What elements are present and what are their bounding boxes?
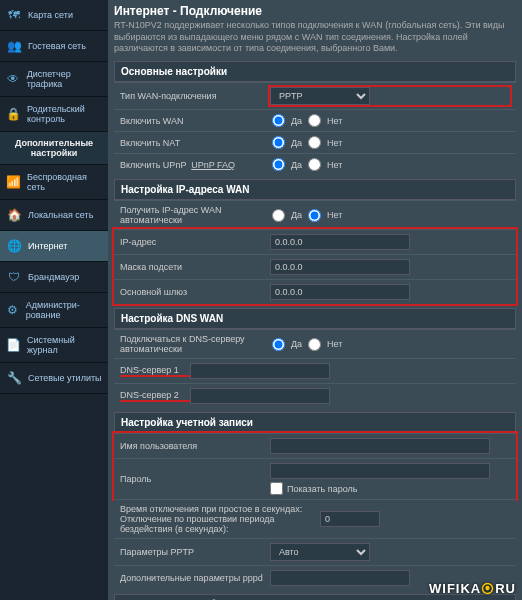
enable-nat-yes[interactable]	[272, 136, 285, 149]
show-pass-label: Показать пароль	[287, 484, 357, 494]
nav-label: Родительский контроль	[27, 104, 102, 124]
sidebar-item-6[interactable]: 🔧Сетевые утилиты	[0, 363, 108, 394]
sidebar-section-header: Дополнительные настройки	[0, 132, 108, 165]
user-label: Имя пользователя	[120, 441, 270, 451]
watermark: WIFIKA⦿RU	[429, 581, 516, 596]
nav-label: Системный журнал	[27, 335, 102, 355]
nav-icon: 📶	[6, 174, 21, 190]
sidebar-item-1[interactable]: 🏠Локальная сеть	[0, 200, 108, 231]
dns2-label: DNS-сервер 2	[120, 390, 190, 402]
pppd-input[interactable]	[270, 570, 410, 586]
ipwan-auto-yes[interactable]	[272, 209, 285, 222]
enable-upnp-yes[interactable]	[272, 158, 285, 171]
nav-icon: 👁	[6, 71, 21, 87]
enable-wan-no[interactable]	[308, 114, 321, 127]
mask-input[interactable]	[270, 259, 410, 275]
pptp-select[interactable]: Авто	[270, 543, 370, 561]
mask-label: Маска подсети	[120, 262, 270, 272]
section-account-header: Настройка учетной записи	[114, 412, 516, 433]
nav-label: Брандмауэр	[28, 272, 79, 282]
sidebar-item-2[interactable]: 👁Диспетчер трафика	[0, 62, 108, 97]
nav-icon: 🏠	[6, 207, 22, 223]
sidebar-item-0[interactable]: 📶Беспроводная сеть	[0, 165, 108, 200]
pppd-label: Дополнительные параметры pppd	[120, 573, 270, 583]
dns1-label: DNS-сервер 1	[120, 365, 190, 377]
ipwan-auto-no[interactable]	[308, 209, 321, 222]
dns-auto-label: Подключаться к DNS-серверу автоматически	[120, 334, 270, 354]
wan-type-label: Тип WAN-подключения	[120, 91, 270, 101]
nav-label: Сетевые утилиты	[28, 373, 102, 383]
enable-nat-label: Включить NAT	[120, 138, 270, 148]
gw-input[interactable]	[270, 284, 410, 300]
nav-label: Диспетчер трафика	[27, 69, 102, 89]
nav-icon: 🌐	[6, 238, 22, 254]
ipwan-auto-label: Получить IP-адрес WAN автоматически	[120, 205, 270, 225]
nav-label: Карта сети	[28, 10, 73, 20]
sidebar-item-5[interactable]: 📄Системный журнал	[0, 328, 108, 363]
sidebar: 🗺Карта сети👥Гостевая сеть👁Диспетчер траф…	[0, 0, 108, 600]
sidebar-item-3[interactable]: 🔒Родительский контроль	[0, 97, 108, 132]
dns-auto-no[interactable]	[308, 338, 321, 351]
sidebar-item-0[interactable]: 🗺Карта сети	[0, 0, 108, 31]
nav-label: Локальная сеть	[28, 210, 93, 220]
dns1-input[interactable]	[190, 363, 330, 379]
idle-label: Время отключения при простое в секундах:…	[120, 504, 320, 534]
nav-icon: 📄	[6, 337, 21, 353]
wan-type-select[interactable]: PPTP	[270, 87, 370, 105]
nav-icon: 🛡	[6, 269, 22, 285]
section-basic-header: Основные настройки	[114, 61, 516, 82]
sidebar-item-4[interactable]: ⚙Администри-рование	[0, 293, 108, 328]
user-input[interactable]	[270, 438, 490, 454]
gw-label: Основной шлюз	[120, 287, 270, 297]
nav-icon: 🔒	[6, 106, 21, 122]
dns-auto-yes[interactable]	[272, 338, 285, 351]
nav-label: Беспроводная сеть	[27, 172, 102, 192]
page-title: Интернет - Подключение	[114, 4, 516, 18]
enable-wan-label: Включить WAN	[120, 116, 270, 126]
dns2-input[interactable]	[190, 388, 330, 404]
enable-upnp-no[interactable]	[308, 158, 321, 171]
nav-label: Администри-рование	[26, 300, 102, 320]
pass-input[interactable]	[270, 463, 490, 479]
enable-upnp-label: Включить UPnP UPnP FAQ	[120, 160, 270, 170]
section-dns-header: Настройка DNS WAN	[114, 308, 516, 329]
main-content: Интернет - Подключение RT-N10PV2 поддерж…	[108, 0, 522, 600]
ip-label: IP-адрес	[120, 237, 270, 247]
nav-icon: 🗺	[6, 7, 22, 23]
upnp-faq-link[interactable]: UPnP FAQ	[191, 160, 235, 170]
show-pass-checkbox[interactable]	[270, 482, 283, 495]
nav-label: Интернет	[28, 241, 67, 251]
idle-input[interactable]	[320, 511, 380, 527]
nav-label: Гостевая сеть	[28, 41, 86, 51]
enable-wan-yes[interactable]	[272, 114, 285, 127]
pptp-label: Параметры PPTP	[120, 547, 270, 557]
section-ipwan-header: Настройка IP-адреса WAN	[114, 179, 516, 200]
nav-icon: ⚙	[6, 302, 20, 318]
ip-input[interactable]	[270, 234, 410, 250]
page-desc: RT-N10PV2 поддерживает несколько типов п…	[114, 20, 516, 55]
sidebar-item-1[interactable]: 👥Гостевая сеть	[0, 31, 108, 62]
pass-label: Пароль	[120, 474, 270, 484]
sidebar-item-2[interactable]: 🌐Интернет	[0, 231, 108, 262]
nav-icon: 👥	[6, 38, 22, 54]
enable-nat-no[interactable]	[308, 136, 321, 149]
nav-icon: 🔧	[6, 370, 22, 386]
sidebar-item-3[interactable]: 🛡Брандмауэр	[0, 262, 108, 293]
